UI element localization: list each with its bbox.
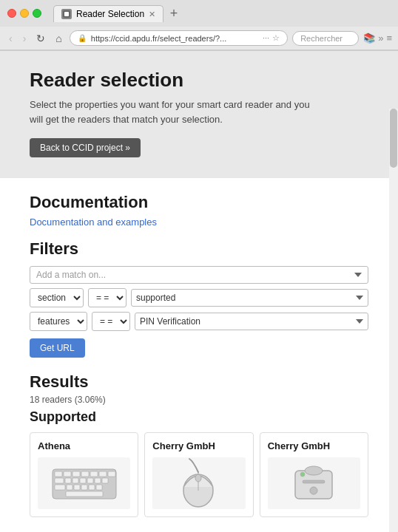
reload-button[interactable]: ↻ <box>33 31 48 46</box>
svg-rect-4 <box>64 471 71 477</box>
card-name-cherry1: Cherry GmbH <box>152 440 245 451</box>
minimize-dot[interactable] <box>20 9 29 18</box>
svg-point-26 <box>195 474 201 482</box>
hero-section: Reader selection Select the properties y… <box>0 51 398 178</box>
svg-rect-17 <box>55 485 65 490</box>
svg-rect-11 <box>65 478 71 483</box>
page-content: Reader selection Select the properties y… <box>0 51 398 532</box>
card-image-cherry2 <box>268 457 360 509</box>
tab-close-button[interactable]: ✕ <box>149 10 155 19</box>
filter-row-2: features = = PIN Verification <box>30 312 368 331</box>
svg-rect-6 <box>81 471 89 477</box>
filter-operator-2[interactable]: = = <box>92 312 130 331</box>
address-bar[interactable]: 🔒 https://ccid.apdu.fr/select_readers/?.… <box>70 30 288 46</box>
svg-rect-10 <box>55 478 64 483</box>
results-section: Results 18 readers (3.06%) Supported Ath… <box>30 372 368 517</box>
tab-title: Reader Selection <box>76 9 144 19</box>
active-tab[interactable]: Reader Selection ✕ <box>53 5 163 22</box>
tab-bar: Reader Selection ✕ + <box>53 4 391 22</box>
add-match-select[interactable]: Add a match on... <box>30 266 368 284</box>
docs-section: Documentation Documentation and examples <box>30 193 368 228</box>
svg-rect-7 <box>90 471 98 477</box>
svg-rect-29 <box>303 480 325 483</box>
svg-rect-23 <box>66 491 103 497</box>
forward-button[interactable]: › <box>20 31 30 46</box>
filter-value-2[interactable]: PIN Verification <box>135 313 368 330</box>
maximize-dot[interactable] <box>33 9 41 18</box>
main-content: Documentation Documentation and examples… <box>0 178 398 532</box>
card-name-athena: Athena <box>38 440 130 451</box>
svg-rect-22 <box>96 485 102 490</box>
page-wrapper: Reader selection Select the properties y… <box>0 51 398 532</box>
svg-rect-16 <box>102 478 108 483</box>
svg-rect-5 <box>72 471 80 477</box>
filters-section: Filters Add a match on... section = = <box>30 239 368 358</box>
svg-rect-20 <box>81 485 87 490</box>
title-bar: Reader Selection ✕ + <box>0 0 398 27</box>
page-title: Reader selection <box>30 69 368 92</box>
cards-grid: Athena <box>30 432 368 517</box>
browser-chrome: Reader Selection ✕ + ‹ › ↻ ⌂ 🔒 https://c… <box>0 0 398 51</box>
address-dots: ··· <box>263 33 269 43</box>
address-text: https://ccid.apdu.fr/select_readers/?... <box>91 34 258 43</box>
search-bar[interactable]: Rechercher <box>292 31 359 46</box>
window-controls <box>7 9 41 18</box>
svg-rect-8 <box>99 471 107 477</box>
card-cherry1: Cherry GmbH <box>144 432 253 517</box>
svg-rect-12 <box>72 478 78 483</box>
scrollbar-track <box>389 109 398 532</box>
svg-rect-14 <box>87 478 93 483</box>
card-reader-icon <box>288 460 340 508</box>
results-title: Results <box>30 372 368 392</box>
svg-point-30 <box>310 487 317 494</box>
filter-row-1: section = = supported <box>30 288 368 307</box>
card-image-athena <box>38 457 130 509</box>
filter-value-1[interactable]: supported <box>131 289 368 307</box>
svg-rect-13 <box>80 478 86 483</box>
svg-rect-15 <box>95 478 101 483</box>
docs-title: Documentation <box>30 193 368 212</box>
filter-operator-1[interactable]: = = <box>88 288 127 307</box>
more-tools-icon[interactable]: » <box>378 33 383 44</box>
tab-favicon <box>61 9 72 19</box>
nav-bar: ‹ › ↻ ⌂ 🔒 https://ccid.apdu.fr/select_re… <box>0 27 398 50</box>
nav-icons: 📚 » ≡ <box>363 33 392 44</box>
svg-rect-19 <box>74 485 80 490</box>
close-dot[interactable] <box>7 9 16 18</box>
home-button[interactable]: ⌂ <box>53 31 64 46</box>
card-athena: Athena <box>30 432 138 517</box>
back-to-ccid-button[interactable]: Back to CCID project » <box>30 138 141 157</box>
results-count: 18 readers (3.06%) <box>30 395 368 405</box>
svg-point-28 <box>305 466 323 475</box>
keyboard-icon <box>51 463 118 504</box>
mouse-icon <box>178 457 219 509</box>
menu-icon[interactable]: ≡ <box>386 33 392 44</box>
svg-rect-21 <box>89 485 95 490</box>
lock-icon: 🔒 <box>78 34 87 42</box>
card-cherry2: Cherry GmbH <box>260 432 368 517</box>
filter-field-2[interactable]: features <box>30 312 87 331</box>
get-url-button[interactable]: Get URL <box>30 338 85 358</box>
bookmarks-icon[interactable]: 📚 <box>363 33 375 44</box>
svg-rect-3 <box>55 471 62 477</box>
new-tab-button[interactable]: + <box>165 4 183 22</box>
card-name-cherry2: Cherry GmbH <box>268 440 360 451</box>
filter-field-1[interactable]: section <box>30 288 84 307</box>
svg-point-31 <box>300 472 305 477</box>
card-image-cherry1 <box>152 457 245 509</box>
add-match-row: Add a match on... <box>30 266 368 284</box>
filters-title: Filters <box>30 239 368 259</box>
scrollbar-thumb[interactable] <box>390 109 397 168</box>
back-button[interactable]: ‹ <box>6 31 16 46</box>
svg-rect-18 <box>67 485 72 490</box>
docs-link[interactable]: Documentation and examples <box>30 216 368 228</box>
svg-rect-1 <box>64 12 69 16</box>
svg-rect-9 <box>108 471 115 477</box>
supported-title: Supported <box>30 409 368 425</box>
hero-description: Select the properties you want for your … <box>30 98 326 126</box>
address-star: ☆ <box>272 33 280 43</box>
address-extras: ··· ☆ <box>263 33 280 43</box>
